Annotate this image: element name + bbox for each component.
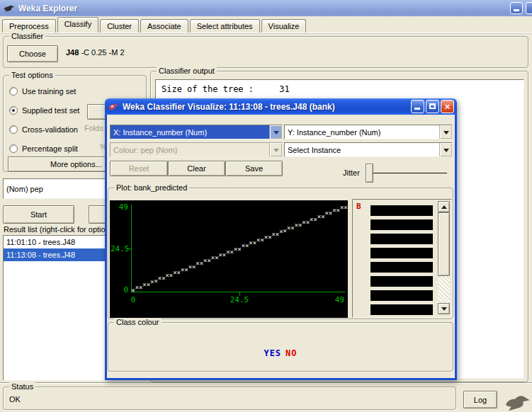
attribute-bars-panel: B	[352, 199, 452, 318]
class-colour-label: Class colour	[114, 318, 162, 327]
choose-button[interactable]: Choose	[7, 45, 58, 62]
scroll-up-icon[interactable]	[438, 201, 450, 212]
radio-circle-icon[interactable]	[9, 106, 18, 115]
y-axis-combo[interactable]: Y: Instance_number (Num)	[284, 125, 453, 139]
x-tick-label: 49	[335, 295, 344, 304]
main-titlebar: Weka Explorer	[0, 0, 532, 16]
chevron-down-icon[interactable]	[269, 125, 282, 139]
attribute-bar[interactable]	[370, 205, 433, 216]
data-point-marker: ×	[344, 205, 347, 211]
radio-circle-icon[interactable]	[9, 87, 18, 96]
start-button[interactable]: Start	[3, 205, 74, 224]
classifier-output-label: Classifier output	[157, 67, 217, 76]
scrollbar-thumb[interactable]	[438, 212, 450, 276]
plot-group-label: Plot: bank_predicted	[114, 183, 189, 193]
dialog-close-button[interactable]: ×	[441, 100, 454, 113]
plot-canvas[interactable]: 024.549024.549××××××××××××××××××××××××××…	[110, 200, 348, 318]
radio-percentage-split[interactable]: Percentage split	[9, 142, 78, 156]
status-text: OK	[9, 395, 21, 404]
attribute-bar[interactable]	[370, 262, 433, 273]
radio-supplied-test-set[interactable]: Supplied test set	[9, 103, 79, 118]
save-button[interactable]: Save	[225, 161, 283, 176]
attribute-bar[interactable]	[370, 290, 433, 301]
chevron-down-icon[interactable]	[439, 143, 452, 156]
x-tick-label: 0	[131, 295, 136, 304]
attribute-bar[interactable]	[370, 276, 433, 287]
folds-label: Folds	[84, 124, 103, 132]
classifier-scheme: J48 -C 0.25 -M 2	[66, 48, 125, 57]
attribute-bar[interactable]	[370, 304, 433, 315]
x-tick-label: 24.5	[230, 295, 249, 304]
attribute-bar[interactable]	[370, 248, 433, 258]
log-button[interactable]: Log	[463, 391, 497, 408]
class-label-yes[interactable]: YES	[264, 348, 281, 358]
dialog-minimize-button[interactable]	[411, 100, 424, 113]
dialog-maximize-button[interactable]	[426, 100, 439, 113]
attribute-bar[interactable]	[370, 234, 433, 244]
tab-classify[interactable]: Classify	[57, 17, 99, 33]
x-tick-mark	[239, 292, 240, 296]
classifier-output-text: Size of the tree : 31	[156, 80, 523, 94]
maximize-button[interactable]	[526, 2, 532, 14]
weka-bird-icon	[4, 4, 15, 13]
dialog-title: Weka Classifier Visualize: 11:13:08 - tr…	[123, 102, 409, 112]
tab-select-attributes[interactable]: Select attributes	[190, 19, 260, 33]
visualize-dialog: Weka Classifier Visualize: 11:13:08 - tr…	[105, 98, 457, 380]
y-tick-mark	[127, 248, 132, 249]
chevron-down-icon[interactable]	[439, 125, 452, 139]
colour-combo: Colour: pep (Nom)	[110, 142, 283, 157]
scroll-down-icon[interactable]	[438, 303, 450, 314]
scheme-name: J48	[66, 48, 79, 57]
select-instance-combo[interactable]: Select Instance	[284, 142, 453, 157]
test-options-label: Test options	[9, 71, 55, 80]
y-tick-label: 49	[111, 202, 128, 212]
bars-scrollbar[interactable]	[438, 201, 450, 314]
window-title: Weka Explorer	[18, 4, 77, 13]
chevron-down-icon	[269, 143, 282, 156]
tab-cluster[interactable]: Cluster	[100, 19, 139, 33]
result-list-label: Result list (right-click for options)	[4, 225, 116, 234]
dialog-weka-icon	[108, 102, 119, 112]
y-tick-label: 0	[111, 285, 128, 294]
weka-bird-image	[504, 394, 532, 412]
x-axis-combo[interactable]: X: Instance_number (Num)	[110, 125, 283, 139]
tab-preprocess[interactable]: Preprocess	[2, 19, 56, 33]
class-colour-group: Class colour YESNO	[108, 322, 453, 372]
weka-explorer-window: Weka Explorer PreprocessClassifyClusterA…	[0, 0, 532, 412]
status-group: Status OK	[3, 387, 456, 410]
dialog-body: X: Instance_number (Num) Y: Instance_num…	[105, 115, 457, 380]
tab-visualize[interactable]: Visualize	[261, 19, 307, 33]
status-group-label: Status	[9, 382, 35, 391]
reset-button: Reset	[110, 161, 168, 176]
bars-legend-label: B	[356, 202, 361, 211]
scheme-options: -C 0.25 -M 2	[79, 48, 124, 57]
classifier-group: Classifier Choose J48 -C 0.25 -M 2	[3, 36, 528, 68]
class-label-no[interactable]: NO	[285, 348, 297, 358]
clear-button[interactable]: Clear	[168, 161, 225, 176]
jitter-slider-track[interactable]	[368, 173, 447, 173]
dialog-titlebar[interactable]: Weka Classifier Visualize: 11:13:08 - tr…	[105, 98, 457, 115]
class-colour-values: YESNO	[108, 348, 453, 358]
radio-use-training-set[interactable]: Use training set	[9, 84, 76, 98]
minimize-button[interactable]	[510, 2, 523, 14]
tab-bar: PreprocessClassifyClusterAssociateSelect…	[0, 17, 532, 33]
tab-associate[interactable]: Associate	[140, 19, 188, 33]
radio-cross-validation[interactable]: Cross-validation	[9, 122, 78, 137]
radio-circle-icon[interactable]	[9, 144, 18, 153]
classifier-group-label: Classifier	[9, 32, 45, 41]
jitter-label: Jitter	[343, 168, 360, 177]
status-divider	[0, 382, 532, 384]
x-axis-line	[131, 292, 345, 292]
attribute-bar[interactable]	[370, 219, 433, 230]
plot-group: Plot: bank_predicted 024.549024.549×××××…	[108, 188, 453, 319]
jitter-slider-thumb[interactable]	[366, 164, 373, 183]
radio-circle-icon[interactable]	[9, 125, 18, 134]
y-tick-label: 24.5	[111, 244, 128, 253]
tab-strip-divider	[0, 33, 532, 34]
